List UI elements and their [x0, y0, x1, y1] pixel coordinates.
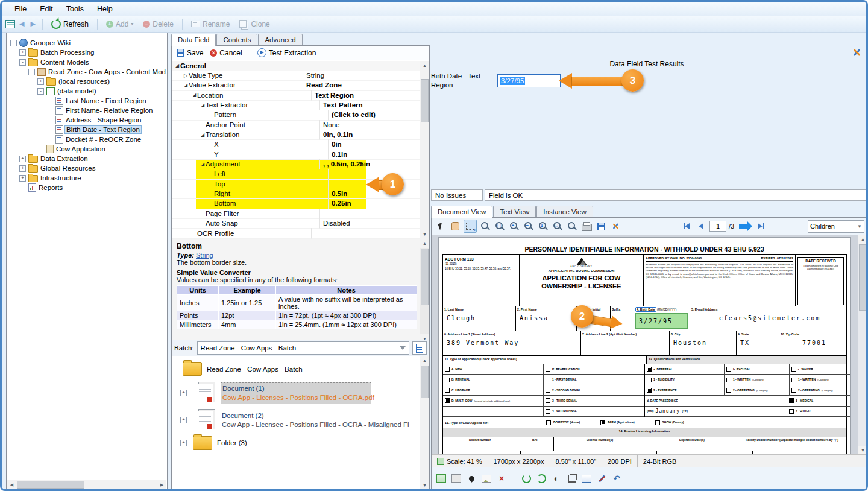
invert-icon[interactable]: ◐	[551, 473, 562, 484]
tree-item[interactable]: +Batch Processing	[8, 48, 166, 57]
menu-tools[interactable]: Tools	[60, 3, 90, 15]
cancel-button[interactable]: ✕ Cancel	[208, 48, 244, 58]
checkbox-icon[interactable]	[546, 378, 550, 382]
collapse-icon[interactable]: -	[19, 59, 26, 66]
tree-item[interactable]: -Content Models	[8, 57, 166, 67]
checkbox-icon[interactable]	[647, 378, 652, 382]
tree-item[interactable]: -Read Zone - Cow Apps - Content Mod...	[8, 67, 166, 77]
collapse-icon[interactable]: -	[10, 40, 17, 46]
print-icon[interactable]	[580, 220, 593, 232]
zoom-dynamic-icon[interactable]: ▢	[494, 220, 506, 232]
tab-data-field[interactable]: Data Field	[171, 34, 216, 46]
tree-item[interactable]: -(data model)	[8, 86, 166, 96]
zoom-out-icon[interactable]: −	[523, 220, 535, 232]
viewer-scrollbar[interactable]: ▲ ▼	[858, 235, 867, 455]
region-select-icon[interactable]	[464, 220, 477, 233]
tools-icon[interactable]	[852, 48, 861, 57]
batch-document-item[interactable]: +Document (1)Cow App - Licenses - Positi…	[172, 379, 429, 407]
property-value[interactable]: Text Region	[312, 90, 420, 101]
rotate-icon[interactable]	[536, 473, 547, 484]
checkbox-icon[interactable]	[726, 367, 731, 372]
tab-instance-view[interactable]: Instance View	[536, 206, 593, 217]
collapse-icon[interactable]: ◢	[174, 63, 180, 68]
first-page-icon[interactable]	[681, 220, 693, 232]
save-image-icon[interactable]	[595, 220, 607, 232]
checkbox-icon[interactable]	[445, 398, 450, 403]
tab-text-view[interactable]: Text View	[493, 206, 536, 217]
expand-icon[interactable]: ▷	[183, 73, 189, 78]
checkbox-icon[interactable]	[791, 378, 796, 382]
property-row[interactable]: X0in	[172, 140, 420, 150]
page-number-input[interactable]: 1	[709, 221, 726, 232]
property-value[interactable]: Read Zone	[303, 80, 420, 90]
add-button[interactable]: + Add ▾	[102, 19, 137, 30]
checkbox-icon[interactable]	[600, 420, 605, 425]
expand-icon[interactable]: +	[180, 440, 187, 446]
property-row[interactable]: Y0.1in	[172, 150, 420, 159]
property-value[interactable]	[312, 228, 420, 238]
zoom-in-icon[interactable]: +	[508, 220, 520, 232]
batch-root-item[interactable]: Read Zone - Cow Apps - Batch	[172, 356, 429, 379]
property-value[interactable]: Disabled	[320, 218, 420, 229]
checkbox-icon[interactable]	[726, 378, 731, 382]
checkbox-icon[interactable]	[445, 367, 450, 372]
test-field-value-box[interactable]: 3/27/95	[497, 74, 561, 87]
menu-help[interactable]: Help	[90, 3, 119, 15]
tree-item[interactable]: First Name- Relative Region	[8, 106, 166, 115]
node-icon[interactable]	[5, 20, 15, 28]
checkbox-icon[interactable]	[791, 388, 796, 393]
back-icon[interactable]: ◀	[17, 20, 26, 28]
birth-date-extraction-highlight[interactable]: 3/27/95	[635, 313, 688, 329]
expand-icon[interactable]: +	[19, 175, 26, 182]
last-page-icon[interactable]	[755, 220, 767, 232]
property-row[interactable]: ▷Value TypeString	[172, 71, 420, 80]
checkbox-icon[interactable]	[647, 367, 652, 372]
property-value[interactable]: (Click to edit)	[329, 110, 420, 120]
scrollbar-thumb[interactable]	[421, 79, 429, 122]
image-icon[interactable]	[481, 473, 492, 484]
collapse-icon[interactable]: -	[28, 69, 35, 75]
forward-icon[interactable]: ▶	[28, 20, 37, 28]
expand-icon[interactable]: +	[19, 165, 26, 172]
menu-file[interactable]: File	[8, 3, 33, 15]
rename-button[interactable]: Rename	[187, 19, 233, 30]
filter-icon[interactable]	[400, 346, 406, 350]
collapse-icon[interactable]: ◢	[200, 103, 206, 108]
collapse-icon[interactable]: ◢	[191, 92, 197, 98]
scroll-down-icon[interactable]: ▼	[420, 481, 429, 490]
checkbox-icon[interactable]	[445, 378, 450, 382]
expand-icon[interactable]: +	[180, 417, 187, 423]
help-type-link[interactable]: String	[196, 252, 213, 259]
menu-edit[interactable]: Edit	[33, 3, 60, 15]
edit-image-icon[interactable]	[451, 473, 462, 484]
property-value[interactable]	[294, 61, 420, 71]
document-page[interactable]: PERSONALLY IDENTIFIABLE INFORMATION - WI…	[438, 237, 851, 455]
scrollbar-thumb[interactable]	[859, 244, 867, 311]
property-value[interactable]: String	[303, 71, 420, 81]
tab-contents[interactable]: Contents	[216, 34, 257, 45]
delete-button[interactable]: − Delete	[139, 19, 177, 30]
property-row[interactable]: ◢Translation0in, 0.1in	[172, 130, 420, 139]
scrollbar-thumb[interactable]	[421, 366, 429, 398]
tree-item[interactable]: Docket # - ReOCR Zone	[8, 135, 166, 144]
checkbox-icon[interactable]	[791, 367, 796, 372]
refresh-image-icon[interactable]	[521, 473, 532, 484]
checkbox-icon[interactable]	[789, 398, 794, 403]
tab-advanced[interactable]: Advanced	[258, 34, 302, 45]
property-value[interactable]: 0in	[329, 139, 420, 150]
property-row[interactable]: Page Filter	[172, 209, 420, 218]
scroll-down-icon[interactable]: ▼	[420, 230, 429, 239]
property-row[interactable]: Right0.5in	[172, 189, 420, 198]
checkbox-icon[interactable]	[546, 398, 550, 403]
viewer-tools-icon[interactable]	[609, 220, 621, 232]
checkbox-icon[interactable]	[546, 409, 550, 414]
checkbox-icon[interactable]	[546, 367, 550, 372]
checkbox-icon[interactable]	[546, 388, 550, 393]
previous-page-icon[interactable]	[695, 220, 707, 232]
tree-item[interactable]: +Infrastructure	[8, 173, 166, 183]
refresh-button[interactable]: Refresh	[48, 18, 92, 30]
pan-hand-icon[interactable]	[449, 220, 461, 232]
property-row[interactable]: ◢General	[172, 61, 420, 71]
batch-folder-item[interactable]: +Folder (3)	[172, 434, 429, 452]
property-row[interactable]: ◢Adjustment, , 0.5in, 0.25in	[172, 159, 420, 169]
